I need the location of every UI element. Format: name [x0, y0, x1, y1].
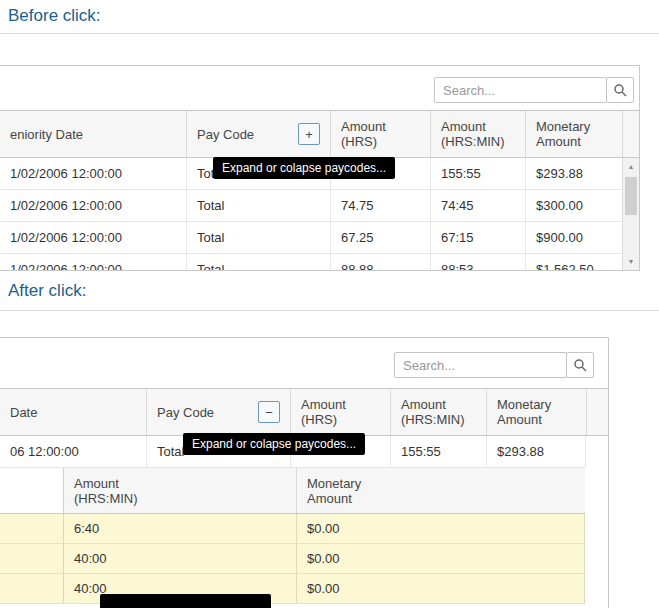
cell-amount-hrsmin: 74:45 — [430, 190, 525, 221]
cell-date: 1/02/2006 12:00:00 — [0, 158, 186, 189]
cell-monetary: $293.88 — [486, 436, 586, 467]
tooltip: Expand or colapse paycodes... — [213, 157, 395, 179]
column-header-seniority-date[interactable]: eniority Date — [0, 111, 186, 157]
detail-hierarchy-spacer — [0, 468, 64, 513]
search-box — [434, 77, 634, 103]
cell-pay-code: Total — [186, 254, 330, 270]
column-header-seniority-date[interactable]: Date — [0, 389, 146, 435]
detail-row: 40:00 $0.00 — [0, 574, 585, 604]
scroll-up-icon: ▲ — [628, 163, 635, 170]
cell-monetary: $1,562.50 — [525, 254, 622, 270]
before-heading: Before click: — [8, 6, 101, 26]
detail-row: 40:00 $0.00 — [0, 544, 585, 574]
search-input[interactable] — [434, 77, 607, 103]
cell-pay-code: Total — [186, 190, 330, 221]
search-icon — [573, 358, 587, 372]
detail-row: 6:40 $0.00 — [0, 514, 585, 544]
cell-amount-hrs: 67.25 — [330, 222, 430, 253]
detail-cell-monetary: $0.00 — [296, 544, 585, 573]
grid-header: Date Pay Code − Amount (HRS) Amount (HRS… — [0, 388, 608, 436]
cell-monetary: $293.88 — [525, 158, 622, 189]
column-header-pay-code[interactable]: Pay Code − — [146, 389, 290, 435]
column-header-amount-hrs[interactable]: Amount (HRS) — [290, 389, 390, 435]
header-spacer — [586, 389, 608, 435]
expand-paycodes-button[interactable]: + — [298, 123, 320, 145]
cell-amount-hrsmin: 67:15 — [430, 222, 525, 253]
cell-amount-hrsmin: 88:53 — [430, 254, 525, 270]
table-row[interactable]: 1/02/2006 12:00:00 Total 67.25 67:15 $90… — [0, 222, 622, 254]
detail-cell-amount-hrsmin: 40:00 — [64, 544, 296, 573]
cell-pay-code: Total — [186, 222, 330, 253]
minus-icon: − — [265, 405, 273, 420]
scroll-down-button[interactable]: ▼ — [623, 253, 639, 270]
detail-cell-monetary: $0.00 — [296, 514, 585, 543]
page: Before click: eniority Date Pay Code + A… — [0, 0, 659, 608]
after-grid: Date Pay Code − Amount (HRS) Amount (HRS… — [0, 337, 609, 608]
grid-toolbar — [0, 66, 639, 110]
after-heading: After click: — [8, 281, 86, 301]
search-box — [394, 352, 594, 378]
detail-row-spacer — [0, 574, 64, 603]
column-header-pay-code[interactable]: Pay Code + — [186, 111, 330, 157]
vertical-scrollbar[interactable]: ▲ ▼ — [622, 158, 639, 270]
grid-toolbar — [0, 338, 608, 388]
column-header-amount-hrsmin[interactable]: Amount (HRS:MIN) — [430, 111, 525, 157]
plus-icon: + — [305, 127, 313, 142]
cell-date: 1/02/2006 12:00:00 — [0, 190, 186, 221]
cell-amount-hrsmin: 155:55 — [430, 158, 525, 189]
divider — [0, 33, 659, 34]
cell-amount-hrs: 88.88 — [330, 254, 430, 270]
cell-date: 1/02/2006 12:00:00 — [0, 254, 186, 270]
grid-header: eniority Date Pay Code + Amount (HRS) Am… — [0, 110, 639, 158]
search-icon — [613, 83, 627, 97]
cell-amount-hrs: 74.75 — [330, 190, 430, 221]
detail-grid-header: Amount (HRS:MIN) Monetary Amount — [0, 468, 585, 514]
search-button[interactable] — [606, 77, 634, 103]
column-header-monetary[interactable]: Monetary Amount — [486, 389, 586, 435]
table-row-clipped[interactable]: 1/02/2006 12:00:00 Total 88.88 88:53 $1,… — [0, 254, 622, 270]
cell-date: 06 12:00:00 — [0, 436, 146, 467]
cell-date: 1/02/2006 12:00:00 — [0, 222, 186, 253]
tooltip: Expand or colapse paycodes... — [183, 433, 365, 455]
tooltip-partial — [100, 594, 271, 608]
collapse-paycodes-button[interactable]: − — [258, 401, 280, 423]
detail-column-header-monetary[interactable]: Monetary Amount — [296, 468, 585, 513]
scrollbar-thumb[interactable] — [625, 177, 637, 215]
detail-cell-amount-hrsmin: 6:40 — [64, 514, 296, 543]
detail-column-header-amount-hrsmin[interactable]: Amount (HRS:MIN) — [64, 468, 296, 513]
detail-cell-monetary: $0.00 — [296, 574, 585, 603]
column-header-amount-hrs[interactable]: Amount (HRS) — [330, 111, 430, 157]
search-input[interactable] — [394, 352, 567, 378]
cell-monetary: $900.00 — [525, 222, 622, 253]
search-button[interactable] — [566, 352, 594, 378]
column-header-monetary[interactable]: Monetary Amount — [525, 111, 622, 157]
header-spacer — [622, 111, 639, 157]
divider — [0, 310, 659, 311]
cell-monetary: $300.00 — [525, 190, 622, 221]
column-header-amount-hrsmin[interactable]: Amount (HRS:MIN) — [390, 389, 486, 435]
table-row[interactable]: 1/02/2006 12:00:00 Total 74.75 74:45 $30… — [0, 190, 622, 222]
expanded-detail-grid: Amount (HRS:MIN) Monetary Amount 6:40 $0… — [0, 468, 608, 608]
cell-amount-hrsmin: 155:55 — [390, 436, 486, 467]
scroll-up-button[interactable]: ▲ — [623, 158, 639, 175]
detail-row-spacer — [0, 544, 64, 573]
detail-row-spacer — [0, 514, 64, 543]
scroll-down-icon: ▼ — [628, 258, 635, 265]
